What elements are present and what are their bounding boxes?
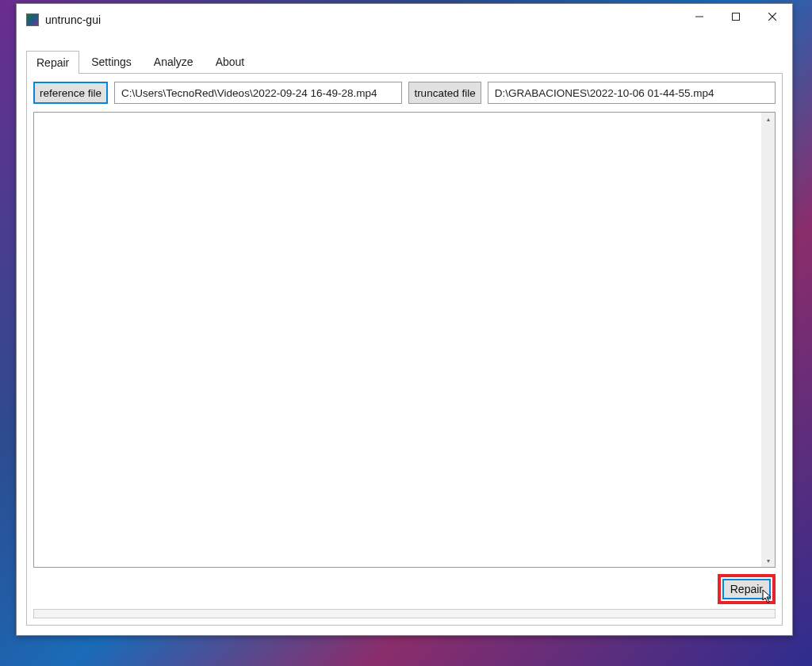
close-button[interactable] [754, 4, 791, 29]
reference-file-input[interactable] [114, 82, 402, 104]
minimize-icon [695, 13, 703, 21]
svg-rect-1 [733, 13, 740, 21]
repair-button[interactable]: Repair [722, 579, 771, 599]
status-bar [33, 609, 776, 618]
truncated-file-button[interactable]: truncated file [408, 82, 481, 104]
window-title: untrunc-gui [45, 13, 681, 26]
maximize-icon [732, 13, 740, 21]
tab-bar: Repair Settings Analyze About [26, 50, 783, 73]
tab-page-repair: reference file truncated file ▴ ▾ Repair [26, 73, 783, 626]
bottom-row: Repair [33, 574, 776, 604]
maximize-button[interactable] [718, 4, 754, 29]
main-window: untrunc-gui Repair Settings Analyze Abou… [16, 3, 793, 636]
output-scrollbar[interactable]: ▴ ▾ [761, 113, 775, 567]
scroll-up-icon: ▴ [761, 113, 775, 125]
tab-repair[interactable]: Repair [26, 51, 79, 74]
client-area: Repair Settings Analyze About reference … [17, 36, 792, 635]
reference-file-button[interactable]: reference file [33, 82, 108, 104]
output-textarea[interactable] [34, 113, 761, 567]
tab-about[interactable]: About [205, 50, 255, 73]
repair-button-highlight: Repair [718, 574, 776, 604]
output-area-wrap: ▴ ▾ [33, 112, 776, 568]
app-icon [26, 13, 39, 26]
window-controls [681, 4, 791, 36]
close-icon [768, 13, 776, 21]
tab-settings[interactable]: Settings [81, 50, 142, 73]
minimize-button[interactable] [681, 4, 718, 29]
tab-analyze[interactable]: Analyze [144, 50, 204, 73]
file-row: reference file truncated file [33, 82, 776, 104]
titlebar[interactable]: untrunc-gui [17, 4, 792, 36]
truncated-file-input[interactable] [488, 82, 776, 104]
scroll-down-icon: ▾ [761, 554, 775, 567]
